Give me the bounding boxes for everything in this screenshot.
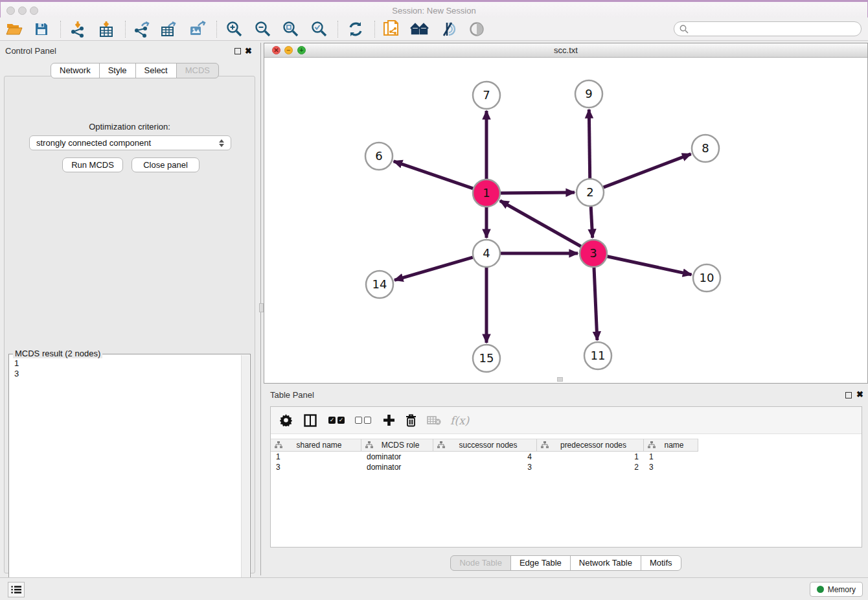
table-cell[interactable]: 3: [433, 462, 537, 472]
table-cell[interactable]: 4: [433, 452, 537, 462]
panel-splitter[interactable]: [259, 43, 264, 575]
network-window-title: scc.txt: [264, 45, 867, 55]
tab-style[interactable]: Style: [99, 63, 136, 78]
graph-edge-2-3[interactable]: [591, 207, 593, 238]
zoom-selected-icon[interactable]: [308, 19, 330, 39]
column-sort-icon: [365, 441, 373, 449]
zoom-out-icon[interactable]: [252, 19, 274, 39]
graph-edge-4-14[interactable]: [394, 257, 473, 280]
float-table-panel-icon[interactable]: [845, 392, 852, 398]
close-panel-icon[interactable]: ✖: [245, 46, 252, 56]
graph-node-label: 6: [375, 149, 382, 163]
table-settings-gear-icon[interactable]: [280, 411, 292, 430]
float-panel-icon[interactable]: [234, 48, 241, 54]
hide-graphics-details-icon[interactable]: [437, 19, 459, 39]
delete-column-trash-icon[interactable]: [405, 411, 417, 430]
import-network-icon[interactable]: [67, 19, 89, 39]
save-session-icon[interactable]: [30, 19, 52, 39]
status-bar: Memory: [0, 577, 868, 600]
memory-button[interactable]: Memory: [810, 582, 863, 597]
column-header-successor-nodes[interactable]: successor nodes: [433, 439, 537, 452]
table-row[interactable]: 3dominator323: [271, 462, 862, 472]
graph-edge-2-9[interactable]: [589, 110, 589, 178]
table-cell[interactable]: 3: [271, 462, 361, 472]
graph-node-4[interactable]: 4: [473, 240, 500, 267]
search-input[interactable]: [692, 25, 856, 34]
table-tab-motifs[interactable]: Motifs: [641, 555, 681, 571]
table-cell[interactable]: dominator: [361, 452, 433, 462]
zoom-in-icon[interactable]: [223, 19, 246, 39]
close-panel-button[interactable]: Close panel: [131, 157, 200, 172]
column-header-shared-name[interactable]: shared name: [271, 439, 361, 452]
network-canvas[interactable]: 1234678910111415: [264, 58, 867, 383]
graph-node-8[interactable]: 8: [692, 135, 719, 162]
graph-edge-1-6[interactable]: [394, 161, 474, 189]
graph-node-3[interactable]: 3: [580, 240, 607, 267]
column-header-label: predecessor nodes: [560, 441, 626, 450]
graph-edge-3-1[interactable]: [500, 201, 581, 246]
deselect-all-icon[interactable]: [355, 411, 371, 430]
table-cell[interactable]: 1: [644, 452, 698, 462]
search-box[interactable]: [674, 21, 862, 36]
column-header-name[interactable]: name: [644, 439, 698, 452]
cybrowser-home-icon[interactable]: [409, 19, 431, 39]
network-window-titlebar[interactable]: ✕ − + scc.txt: [264, 43, 867, 58]
export-network-icon[interactable]: [130, 19, 152, 39]
table-cell[interactable]: 2: [537, 462, 644, 472]
zoom-fit-icon[interactable]: [280, 19, 302, 39]
network-graph[interactable]: 1234678910111415: [264, 58, 867, 383]
graph-node-1[interactable]: 1: [473, 179, 500, 207]
import-table-icon[interactable]: [95, 19, 117, 39]
graph-node-7[interactable]: 7: [473, 82, 500, 109]
apply-layout-icon[interactable]: [345, 19, 367, 39]
canvas-scrollbar-thumb[interactable]: [557, 377, 563, 382]
tab-mcds[interactable]: MCDS: [176, 63, 219, 78]
graph-node-label: 3: [589, 246, 597, 260]
splitter-grip[interactable]: [259, 303, 264, 312]
graph-edge-2-8[interactable]: [604, 154, 691, 188]
table-tab-edge-table[interactable]: Edge Table: [510, 555, 571, 571]
optimization-criterion-select[interactable]: strongly connected component: [29, 135, 231, 150]
column-header-predecessor-nodes[interactable]: predecessor nodes: [537, 439, 644, 452]
search-icon: [680, 25, 689, 34]
toolbar-separator: [216, 21, 217, 38]
table-cell[interactable]: dominator: [361, 462, 433, 472]
graph-node-label: 14: [372, 277, 387, 291]
table-tab-node-table[interactable]: Node Table: [450, 555, 511, 571]
graph-node-14[interactable]: 14: [366, 271, 393, 298]
tab-select[interactable]: Select: [135, 63, 177, 78]
export-table-icon[interactable]: [158, 19, 180, 39]
table-columns-icon[interactable]: [304, 411, 317, 430]
clone-network-icon[interactable]: [380, 19, 402, 39]
graph-node-10[interactable]: 10: [693, 264, 720, 292]
open-file-icon[interactable]: [3, 19, 25, 39]
tab-network[interactable]: Network: [51, 63, 100, 78]
table-cell[interactable]: 1: [271, 452, 361, 462]
toolbar-separator: [60, 21, 61, 38]
column-header-MCDS-role[interactable]: MCDS role: [361, 439, 433, 452]
add-column-plus-icon[interactable]: [383, 411, 395, 430]
graph-node-9[interactable]: 9: [575, 80, 602, 108]
table-cell[interactable]: 1: [537, 452, 644, 462]
export-image-icon[interactable]: [187, 19, 209, 39]
graph-edge-1-2[interactable]: [501, 192, 575, 193]
column-header-label: shared name: [296, 441, 341, 450]
graph-node-15[interactable]: 15: [473, 345, 500, 372]
graph-node-6[interactable]: 6: [365, 143, 393, 170]
task-history-button[interactable]: [8, 582, 25, 597]
table-cell[interactable]: 3: [644, 462, 698, 472]
optimization-criterion-value: strongly connected component: [36, 138, 219, 148]
close-table-panel-icon[interactable]: ✖: [856, 389, 863, 399]
graph-node-2[interactable]: 2: [577, 179, 604, 206]
select-all-icon[interactable]: ✓✓: [328, 411, 345, 430]
function-builder-icon: f(x): [450, 411, 469, 430]
table-row[interactable]: 1dominator411: [271, 452, 862, 462]
graph-edge-3-11[interactable]: [594, 268, 597, 340]
graph-edge-3-10[interactable]: [608, 257, 692, 275]
run-mcds-button[interactable]: Run MCDS: [62, 157, 123, 172]
graph-node-11[interactable]: 11: [584, 342, 611, 369]
show-graphics-details-icon[interactable]: [466, 19, 488, 39]
toolbar-separator: [125, 21, 126, 38]
result-vertical-scrollbar[interactable]: [241, 355, 249, 589]
table-tab-network-table[interactable]: Network Table: [570, 555, 641, 571]
